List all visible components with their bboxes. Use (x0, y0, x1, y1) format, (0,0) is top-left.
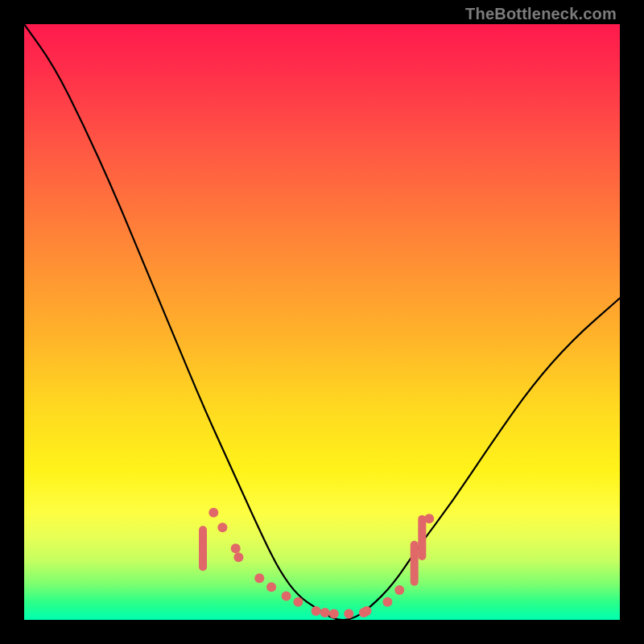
marker-dot (424, 514, 434, 523)
marker-dot (344, 609, 353, 619)
curve-layer (24, 24, 620, 620)
marker-dot (231, 543, 241, 553)
marker-dot (266, 582, 276, 592)
watermark-text: TheBottleneck.com (465, 5, 617, 23)
marker-dot (282, 591, 291, 601)
marker-dot (293, 597, 303, 607)
marker-dot (329, 609, 339, 619)
marker-layer (199, 508, 434, 619)
marker-dot (217, 522, 227, 532)
marker-bar (199, 526, 207, 571)
marker-dot (394, 585, 404, 595)
marker-dot (233, 552, 243, 562)
plot-area (24, 24, 620, 620)
marker-bar (418, 515, 426, 560)
marker-dot (208, 508, 218, 518)
marker-dot (359, 608, 369, 617)
marker-dot (382, 597, 392, 607)
marker-dot (320, 608, 330, 617)
chart-frame: TheBottleneck.com (0, 0, 644, 644)
marker-bar (411, 541, 419, 586)
marker-dot (254, 573, 264, 583)
marker-dot (362, 606, 372, 616)
bottleneck-curve (24, 24, 620, 620)
marker-dot (312, 606, 321, 616)
